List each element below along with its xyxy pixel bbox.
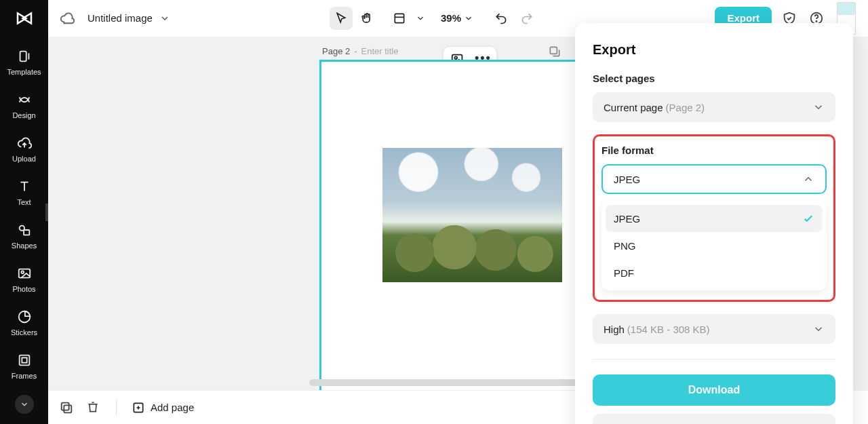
placed-photo[interactable] bbox=[382, 148, 562, 282]
file-format-option-png[interactable]: PNG bbox=[606, 232, 823, 259]
chevron-up-icon bbox=[802, 173, 814, 185]
sidebar-item-upload[interactable]: Upload bbox=[0, 129, 48, 172]
sidebar-item-templates[interactable]: Templates bbox=[0, 42, 48, 85]
add-page-icon bbox=[132, 401, 145, 415]
file-format-option-jpeg[interactable]: JPEG bbox=[606, 205, 823, 232]
cloud-sync-icon[interactable] bbox=[58, 9, 77, 28]
page-title-input[interactable]: Enter title bbox=[361, 46, 399, 56]
chevron-down-icon bbox=[812, 323, 825, 335]
page-label: Page 2 - Enter title bbox=[322, 46, 398, 56]
svg-rect-3 bbox=[18, 269, 30, 278]
sidebar-item-design[interactable]: Design bbox=[0, 85, 48, 129]
page-number: Page 2 bbox=[322, 46, 350, 56]
chevron-down-icon bbox=[159, 13, 170, 24]
undo-button[interactable] bbox=[490, 7, 513, 30]
duplicate-page-icon[interactable] bbox=[59, 400, 74, 415]
brand-logo bbox=[13, 7, 36, 30]
file-format-option-pdf[interactable]: PDF bbox=[606, 259, 823, 286]
sidebar-item-label: Frames bbox=[12, 372, 37, 380]
text-icon bbox=[17, 179, 32, 194]
document-title[interactable]: Untitled image bbox=[87, 12, 170, 24]
svg-rect-2 bbox=[24, 230, 29, 235]
frames-icon bbox=[17, 353, 32, 368]
sidebar-item-label: Upload bbox=[12, 155, 36, 163]
sidebar-item-label: Text bbox=[17, 198, 31, 206]
svg-rect-15 bbox=[62, 402, 69, 410]
svg-rect-7 bbox=[22, 358, 26, 362]
resize-chevron[interactable] bbox=[414, 7, 427, 30]
sidebar-item-frames[interactable]: Frames bbox=[0, 346, 48, 389]
svg-rect-8 bbox=[395, 14, 403, 22]
horizontal-scrollbar[interactable] bbox=[309, 379, 621, 386]
hand-tool[interactable] bbox=[355, 7, 378, 30]
delete-page-icon[interactable] bbox=[86, 400, 101, 415]
file-format-options: JPEG PNG PDF bbox=[601, 201, 827, 290]
resize-tool[interactable] bbox=[388, 7, 411, 30]
design-icon bbox=[17, 92, 32, 107]
photos-icon bbox=[17, 266, 32, 281]
shapes-icon bbox=[17, 223, 32, 237]
sidebar-item-label: Templates bbox=[7, 68, 41, 76]
sidebar-item-label: Photos bbox=[12, 285, 35, 293]
svg-point-13 bbox=[454, 56, 457, 59]
left-rail: Templates Design Upload Text Shapes bbox=[0, 0, 48, 424]
file-format-combobox[interactable]: JPEG bbox=[601, 164, 827, 194]
select-pages-dropdown[interactable]: Current page (Page 2) bbox=[593, 92, 835, 122]
file-format-highlight: File format JPEG JPEG PNG PDF bbox=[593, 134, 835, 302]
sidebar-item-shapes[interactable]: Shapes bbox=[0, 216, 48, 259]
sidebar-item-text[interactable]: Text bbox=[0, 172, 48, 216]
sidebar-item-photos[interactable]: Photos bbox=[0, 259, 48, 303]
svg-point-10 bbox=[816, 21, 816, 22]
svg-point-4 bbox=[21, 271, 24, 273]
export-panel: Export Select pages Current page (Page 2… bbox=[575, 23, 853, 424]
chevron-down-icon bbox=[464, 14, 473, 23]
expand-page-icon[interactable] bbox=[548, 45, 563, 60]
svg-rect-14 bbox=[64, 405, 71, 412]
pointer-tool[interactable] bbox=[330, 7, 353, 30]
sidebar-item-label: Shapes bbox=[12, 242, 37, 250]
sidebar-more-button[interactable] bbox=[15, 395, 34, 414]
file-format-value: JPEG bbox=[614, 174, 640, 185]
svg-rect-11 bbox=[550, 47, 557, 54]
sidebar-item-label: Stickers bbox=[11, 328, 37, 336]
zoom-value: 39% bbox=[441, 12, 461, 24]
redo-button[interactable] bbox=[515, 7, 538, 30]
document-title-text: Untitled image bbox=[87, 12, 153, 24]
copy-as-png-button[interactable]: Copy as PNG bbox=[593, 414, 835, 424]
templates-icon bbox=[17, 49, 32, 64]
select-pages-value: Current page bbox=[604, 102, 663, 113]
add-page-button[interactable]: Add page bbox=[132, 401, 194, 415]
sidebar-item-stickers[interactable]: Stickers bbox=[0, 303, 48, 346]
quality-dropdown[interactable]: High (154 KB - 308 KB) bbox=[593, 314, 835, 344]
file-format-label: File format bbox=[601, 144, 827, 156]
zoom-control[interactable]: 39% bbox=[437, 12, 473, 24]
quality-secondary: (154 KB - 308 KB) bbox=[627, 324, 710, 335]
select-pages-secondary: (Page 2) bbox=[666, 102, 705, 113]
canvas-page[interactable] bbox=[319, 60, 615, 390]
stickers-icon bbox=[17, 309, 32, 324]
chevron-down-icon bbox=[812, 101, 825, 113]
check-icon bbox=[802, 212, 814, 225]
svg-rect-0 bbox=[20, 52, 26, 62]
svg-rect-6 bbox=[19, 355, 29, 366]
add-page-label: Add page bbox=[151, 402, 194, 413]
sidebar-item-label: Design bbox=[12, 111, 35, 119]
select-pages-label: Select pages bbox=[593, 73, 835, 84]
quality-value: High bbox=[604, 324, 625, 335]
download-button[interactable]: Download bbox=[593, 374, 835, 406]
upload-icon bbox=[17, 136, 32, 151]
export-title: Export bbox=[593, 42, 835, 58]
